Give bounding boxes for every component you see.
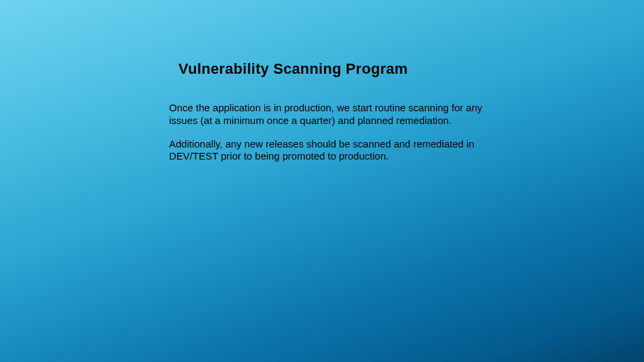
- slide-content: Vulnerability Scanning Program Once the …: [169, 60, 504, 174]
- slide-paragraph-2: Additionally, any new releases should be…: [169, 138, 504, 164]
- slide-title: Vulnerability Scanning Program: [178, 60, 504, 78]
- slide-paragraph-1: Once the application is in production, w…: [169, 102, 504, 127]
